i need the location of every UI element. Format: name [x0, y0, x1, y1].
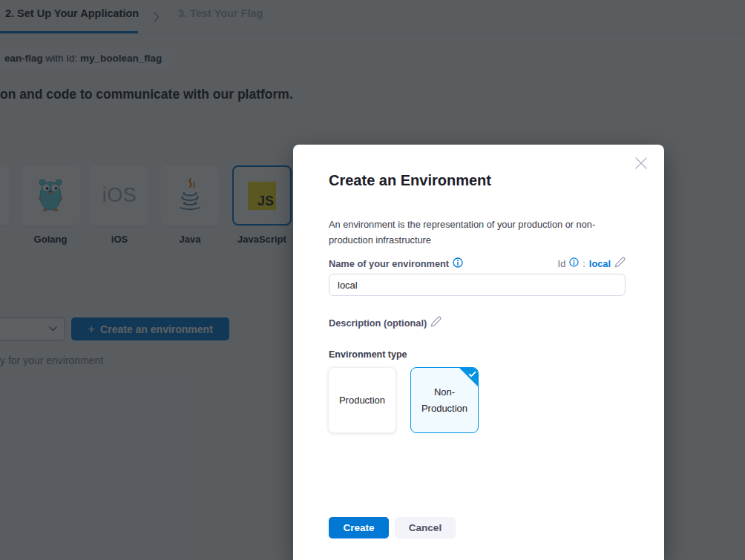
- environment-name-label: Name of your environment: [329, 257, 463, 270]
- id-separator: :: [582, 258, 585, 269]
- description-optional-label-text: Description (optional): [329, 317, 427, 329]
- id-prefix: Id: [558, 258, 566, 269]
- env-type-non-production-label: Non-Production: [417, 384, 472, 417]
- environment-id-value: local: [589, 258, 611, 269]
- environment-id-group: Id : local: [558, 257, 626, 270]
- env-type-production-label: Production: [335, 392, 390, 409]
- modal-description: An environment is the representation of …: [329, 217, 630, 248]
- create-button[interactable]: Create: [329, 517, 389, 538]
- create-environment-modal: Create an Environment An environment is …: [293, 145, 664, 560]
- close-icon[interactable]: [634, 157, 648, 170]
- name-label-row: Name of your environment Id : local: [329, 257, 626, 270]
- env-type-card-non-production[interactable]: Non-Production: [410, 367, 479, 433]
- info-icon[interactable]: [453, 257, 463, 270]
- modal-actions: Create Cancel: [329, 517, 456, 538]
- cancel-button[interactable]: Cancel: [395, 517, 456, 538]
- environment-type-label: Environment type: [329, 349, 407, 360]
- env-type-card-production[interactable]: Production: [328, 367, 396, 433]
- environment-name-input[interactable]: [329, 274, 626, 296]
- modal-title: Create an Environment: [329, 172, 491, 189]
- page-root: 2. Set Up Your Application 3. Test Your …: [0, 0, 745, 560]
- environment-name-label-text: Name of your environment: [329, 258, 449, 269]
- info-icon[interactable]: [569, 257, 579, 269]
- environment-type-cards: Production Non-Production: [328, 367, 479, 433]
- edit-pencil-icon[interactable]: [430, 316, 442, 329]
- description-optional-label: Description (optional): [329, 316, 442, 329]
- check-icon: [467, 369, 477, 379]
- edit-pencil-icon[interactable]: [614, 257, 626, 270]
- description-label-row: Description (optional): [329, 316, 442, 329]
